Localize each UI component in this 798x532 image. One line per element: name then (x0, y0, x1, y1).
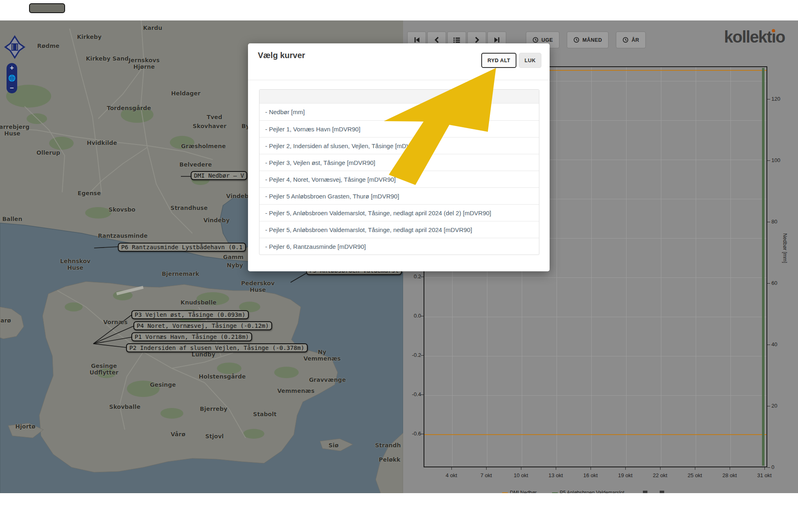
legend-marker (552, 492, 558, 493)
zoom-out-button[interactable]: − (7, 85, 16, 92)
curve-item[interactable]: - Pejler 6, Rantzausminde [mDVR90] (259, 238, 539, 255)
station-label[interactable]: P1 Vornæs Havn, Tåsinge (0.218m) (131, 332, 252, 341)
next-icon (473, 36, 480, 43)
gridline-h (424, 277, 766, 278)
gridline-v (557, 67, 557, 467)
range-button-måned[interactable]: MÅNED (567, 32, 609, 48)
x-tick-label: 10 okt (509, 472, 533, 478)
page: KarduKirkebyRødmeKirkeby SandJernskovs H… (0, 0, 798, 532)
legend-menu-icon[interactable] (660, 491, 664, 493)
x-tick-label: 19 okt (613, 472, 638, 478)
gridline-h (424, 356, 766, 356)
curve-modal: Vælg kurver RYD ALT LUK - Nedbør [mm]- P… (248, 43, 550, 271)
x-tick-mark (591, 467, 591, 470)
clear-all-button[interactable]: RYD ALT (481, 53, 516, 68)
x-tick-label: 22 okt (648, 472, 672, 478)
pan-compass-icon[interactable] (4, 35, 25, 59)
station-label[interactable]: P2 Indersiden af slusen Vejlen, Tåsinge … (126, 343, 308, 352)
skip-last-icon (494, 36, 500, 43)
curve-item[interactable]: - Pejler 5, Anløbsbroen Valdemarslot, Tå… (259, 204, 539, 221)
x-tick-label: 7 okt (474, 472, 498, 478)
gridline-v (696, 67, 696, 467)
x-tick-mark (764, 467, 765, 470)
prev-icon (433, 36, 440, 43)
zoom-in-button[interactable]: + (7, 64, 16, 72)
y-right-tick-mark (767, 99, 770, 99)
reference-line-minus06 (424, 434, 766, 435)
legend-item-label: P5 Anløbsbroen Valdemarslot … (560, 490, 631, 493)
y-right-tick-label: 120 (771, 96, 780, 102)
x-tick-label: 25 okt (683, 472, 707, 478)
curve-item[interactable]: - Pejler 5 Anløbsbroen Grasten, Thurø [m… (259, 187, 539, 204)
modal-divider (248, 80, 550, 80)
curve-item[interactable]: - Pejler 4, Noret, Vornæsvej, Tåsinge [m… (259, 171, 539, 187)
curve-list: - Nedbør [mm]- Pejler 1, Vornæs Havn [mD… (259, 104, 539, 255)
y-right-tick-mark (767, 222, 770, 222)
curve-item[interactable]: - Nedbør [mm] (259, 104, 539, 120)
y-right-tick-mark (767, 467, 770, 468)
y-right-tick-label: 100 (771, 157, 780, 163)
gridline-v (626, 67, 627, 467)
x-tick-mark (556, 467, 556, 470)
curve-list-container: - Nedbør [mm]- Pejler 1, Vornæs Havn [mD… (259, 89, 539, 255)
x-tick-label: 4 okt (439, 472, 464, 478)
legend-clipped: DMI Nedbør …P5 Anløbsbroen Valdemarslot … (493, 487, 798, 493)
x-tick-label: 28 okt (717, 472, 742, 478)
station-label[interactable]: P6 Rantzausminde Lystbådehavn (0.1 (118, 243, 246, 252)
x-tick-mark (730, 467, 730, 470)
gridline-v (765, 67, 766, 467)
right-axis-title: Nedbør [mm] (782, 233, 788, 263)
range-button-år[interactable]: ÅR (616, 32, 646, 48)
legend-item-label: DMI Nedbør … (510, 490, 543, 493)
station-label[interactable]: DMI Nedbør – V (191, 171, 247, 180)
globe-icon[interactable]: 🌐 (8, 75, 16, 81)
y-left-tick-label: 0.0 (403, 313, 421, 319)
x-tick-mark (451, 467, 452, 470)
y-right-tick-label: 60 (771, 280, 777, 286)
gridline-h (424, 317, 766, 317)
y-right-tick-label: 80 (771, 219, 777, 225)
precipitation-bar (762, 68, 764, 466)
y-right-tick-mark (767, 406, 770, 406)
legend-marker (502, 492, 508, 493)
y-right-tick-label: 40 (771, 341, 777, 347)
y-left-tick-mark (421, 394, 424, 395)
x-tick-label: 31 okt (752, 472, 777, 478)
gridline-v (591, 67, 592, 467)
station-label[interactable]: P4 Noret, Vornæsvej, Tåsinge (-0.12m) (133, 321, 272, 330)
clock-icon (622, 37, 629, 43)
y-left-tick-mark (421, 434, 424, 434)
y-right-tick-mark (767, 345, 770, 345)
clock-icon (573, 37, 579, 43)
y-right-tick-label: 0 (771, 464, 774, 470)
zoom-control: + 🌐 − (7, 63, 17, 93)
y-left-tick-label: -0.4 (403, 391, 421, 397)
y-left-tick-mark (421, 316, 424, 316)
app-logo: kollektio (724, 28, 785, 46)
y-left-tick-label: 0.2 (403, 273, 421, 280)
y-right-tick-mark (767, 283, 770, 284)
station-label[interactable]: P3 Vejlen øst, Tåsinge (0.093m) (131, 310, 249, 319)
x-tick-label: 13 okt (543, 472, 568, 478)
curve-item[interactable]: - Pejler 3, Vejlen øst, Tåsinge [mDVR90] (259, 154, 539, 171)
x-tick-mark (486, 467, 487, 470)
legend-menu-icon[interactable] (643, 491, 647, 493)
x-tick-label: 16 okt (578, 472, 603, 478)
modal-title: Vælg kurver (258, 51, 305, 60)
close-button[interactable]: LUK (519, 53, 541, 68)
y-left-tick-label: -0.2 (403, 352, 421, 358)
curve-item[interactable]: - Pejler 2, Indersiden af slusen, Vejlen… (259, 137, 539, 154)
x-tick-mark (625, 467, 626, 470)
x-tick-mark (695, 467, 695, 470)
gridline-h (424, 395, 766, 396)
y-left-tick-mark (421, 355, 424, 356)
curve-item[interactable]: - Pejler 5, Anløbsbroen Valdemarslot, Tå… (259, 221, 539, 238)
y-left-tick-label: -0.6 (403, 431, 421, 437)
gridline-v (730, 67, 731, 467)
skip-first-icon (413, 36, 420, 43)
x-tick-mark (521, 467, 521, 470)
y-right-tick-label: 20 (771, 403, 777, 409)
list-icon (453, 36, 460, 44)
x-tick-mark (660, 467, 660, 470)
curve-item[interactable]: - Pejler 1, Vornæs Havn [mDVR90] (259, 120, 539, 137)
